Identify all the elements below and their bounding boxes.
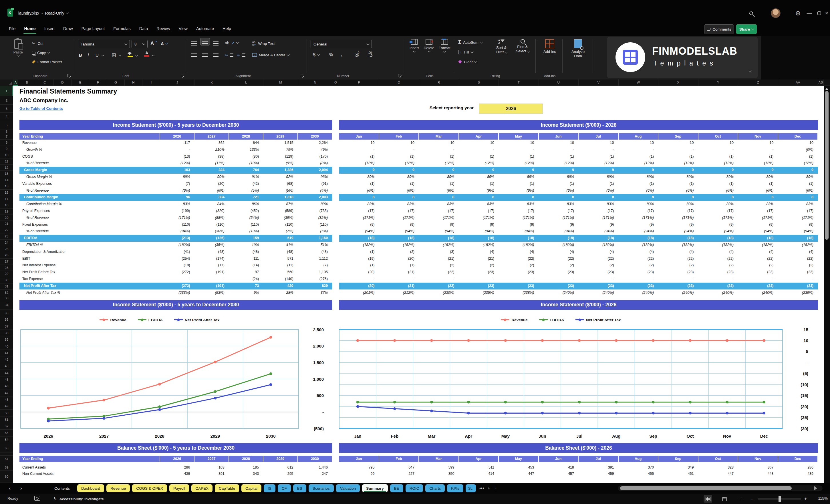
row-label[interactable]: Net Profit After Tax — [20, 283, 160, 289]
cell[interactable]: (182%) — [160, 242, 194, 249]
sheet-tab-captable[interactable]: CapTable — [215, 484, 239, 492]
row-label[interactable]: Net Profit Before Tax — [20, 269, 160, 276]
cell[interactable]: 9 — [539, 167, 579, 174]
cell[interactable]: 443 — [738, 471, 778, 477]
cell[interactable]: - — [459, 147, 499, 153]
cell[interactable]: 8 — [619, 194, 659, 201]
cell[interactable]: (4%) — [298, 187, 332, 194]
autosum-button[interactable]: Σ AutoSum — [458, 39, 482, 46]
row-header-28[interactable]: 28 — [0, 265, 13, 271]
cell[interactable]: (12%) — [419, 160, 459, 167]
select-all-corner[interactable] — [0, 80, 13, 86]
clipboard-dialog-launcher[interactable] — [67, 74, 71, 77]
cell[interactable]: - — [539, 276, 579, 283]
cell[interactable]: (22) — [698, 255, 738, 262]
column-header-R[interactable]: R — [419, 80, 459, 86]
cell[interactable]: (240%) — [619, 289, 659, 296]
cell[interactable]: 9 — [379, 167, 419, 174]
cell[interactable]: (6%) — [539, 187, 579, 194]
column-header-S[interactable]: S — [459, 80, 499, 86]
row-label[interactable]: % of Revenue — [20, 228, 160, 235]
cell[interactable]: 83% — [459, 201, 499, 208]
cell[interactable]: (9) — [419, 221, 459, 228]
row-header-10[interactable]: 10 — [0, 152, 13, 158]
cell[interactable]: 83% — [499, 201, 539, 208]
bold-button[interactable]: B — [79, 51, 82, 59]
cell[interactable]: 1,446 — [298, 464, 332, 471]
row-header-40[interactable]: 40 — [0, 343, 13, 350]
align-right-button[interactable] — [213, 51, 219, 59]
maximize-button[interactable] — [814, 8, 824, 18]
cell[interactable]: 117 — [160, 139, 194, 147]
cell[interactable]: (191) — [194, 283, 229, 289]
cell[interactable]: 647 — [379, 464, 419, 471]
cell[interactable]: (182%) — [419, 242, 459, 249]
cell[interactable]: (39%) — [263, 215, 298, 221]
cell[interactable]: 133% — [229, 147, 263, 153]
row-header-55[interactable]: 55 — [0, 443, 13, 453]
cell[interactable]: 89% — [778, 174, 818, 181]
cell[interactable]: (23) — [499, 269, 539, 276]
delete-cells-button[interactable]: × Delete — [422, 39, 436, 52]
cell[interactable]: 619 — [263, 235, 298, 242]
horizontal-scrollbar[interactable] — [618, 485, 823, 491]
sheet-tab-revenue[interactable]: Revenue — [106, 484, 130, 492]
increase-font-button[interactable]: A^ — [151, 40, 157, 47]
cell[interactable]: 721 — [229, 194, 263, 201]
cell[interactable]: (12%) — [778, 160, 818, 167]
cell[interactable]: 599 — [419, 464, 459, 471]
row-label[interactable]: Depreciation & Amortization — [20, 249, 160, 255]
row-label[interactable]: % of Revenue — [20, 215, 160, 221]
row-header-47[interactable]: 47 — [0, 390, 13, 397]
cell[interactable]: (4) — [499, 249, 539, 255]
cell[interactable]: (23) — [659, 269, 698, 276]
cell[interactable]: (22) — [499, 255, 539, 262]
normal-view-button[interactable] — [704, 495, 712, 503]
cell[interactable]: (182%) — [459, 242, 499, 249]
cell[interactable]: (21) — [379, 269, 419, 276]
cell[interactable]: (2) — [499, 262, 539, 269]
cell[interactable]: - — [579, 276, 619, 283]
cell[interactable]: 418 — [539, 464, 579, 471]
zoom-in-button[interactable]: + — [804, 496, 807, 501]
fill-button[interactable]: ↓ Fill — [458, 48, 473, 56]
underline-options-chevron[interactable] — [102, 52, 104, 59]
cell[interactable]: - — [160, 147, 194, 153]
sheet-tab-sc[interactable]: Sc — [466, 484, 476, 492]
cell[interactable]: (48) — [194, 249, 229, 255]
cell[interactable]: 286 — [160, 464, 194, 471]
cell[interactable]: 8 — [499, 194, 539, 201]
cell[interactable]: - — [194, 276, 229, 283]
cell[interactable]: 159 — [229, 235, 263, 242]
cell[interactable]: (276) — [298, 276, 332, 283]
cell[interactable]: (17) — [738, 208, 778, 215]
cell[interactable]: (4) — [539, 249, 579, 255]
cell[interactable]: (12%) — [738, 160, 778, 167]
copy-button[interactable]: Copy — [32, 49, 50, 56]
cell[interactable]: (1) — [619, 181, 659, 187]
column-header-I[interactable]: I — [142, 80, 160, 86]
row-label[interactable]: Gross Margin % — [20, 174, 160, 181]
cell[interactable]: (4) — [459, 249, 499, 255]
cell[interactable]: (41) — [160, 249, 194, 255]
cell[interactable]: - — [499, 276, 539, 283]
cell[interactable]: - — [379, 276, 419, 283]
document-title[interactable]: laundry.xlsx - Read-Only — [18, 11, 68, 15]
cell[interactable]: 764 — [229, 167, 263, 174]
cell[interactable]: 10 — [539, 139, 579, 147]
cell[interactable]: 10 — [738, 139, 778, 147]
cell[interactable]: 8 — [778, 194, 818, 201]
row-label[interactable]: Payroll Expenses — [20, 208, 160, 215]
row-label[interactable]: Gross Margin — [20, 167, 160, 174]
cell[interactable]: - — [619, 276, 659, 283]
align-center-button[interactable] — [202, 51, 208, 59]
decrease-indent-button[interactable]: ⇦ — [225, 51, 233, 59]
cell[interactable]: (17) — [619, 208, 659, 215]
cell[interactable]: (23) — [778, 283, 818, 289]
cell[interactable]: (22) — [419, 269, 459, 276]
cell[interactable]: (17) — [339, 208, 379, 215]
cell[interactable]: (1) — [738, 181, 778, 187]
cell[interactable]: (12%) — [659, 160, 698, 167]
cell[interactable]: 89% — [379, 174, 419, 181]
menu-tab-file[interactable]: File — [5, 25, 20, 33]
